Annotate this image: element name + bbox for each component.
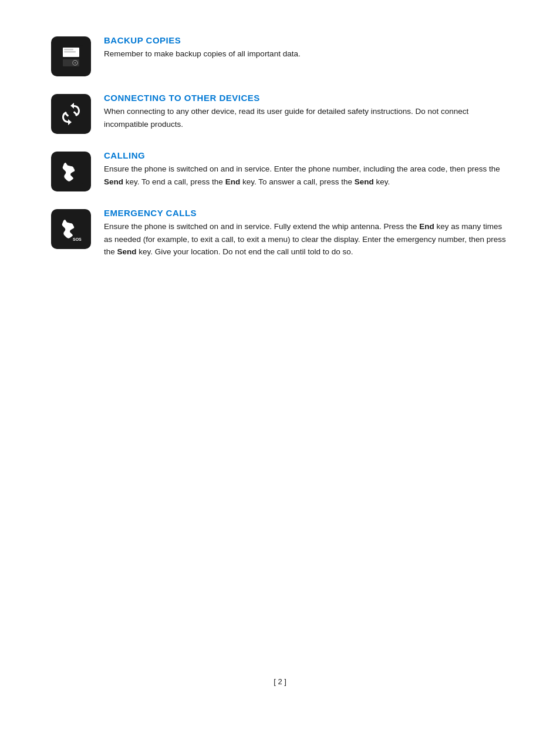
page-container: BACKUP COPIES Remember to make backup co… <box>51 0 509 733</box>
section-backup-copies: BACKUP COPIES Remember to make backup co… <box>51 35 509 76</box>
section-connecting: CONNECTING TO OTHER DEVICES When connect… <box>51 93 509 134</box>
calling-body: Ensure the phone is switched on and in s… <box>104 163 509 188</box>
svg-rect-5 <box>64 51 76 53</box>
calling-content: CALLING Ensure the phone is switched on … <box>104 150 509 188</box>
emergency-calls-body: Ensure the phone is switched on and in s… <box>104 220 509 258</box>
emergency-icon-box: SOS <box>51 209 91 249</box>
svg-text:SOS: SOS <box>73 237 82 241</box>
emergency-calls-icon: SOS <box>58 216 85 243</box>
page-number: [ 2 ] <box>274 677 286 686</box>
connecting-body: When connecting to any other device, rea… <box>104 105 509 130</box>
connecting-content: CONNECTING TO OTHER DEVICES When connect… <box>104 93 509 130</box>
backup-copies-body: Remember to make backup copies of all im… <box>104 48 509 60</box>
calling-title: CALLING <box>104 150 509 160</box>
section-emergency-calls: SOS EMERGENCY CALLS Ensure the phone is … <box>51 208 509 258</box>
emergency-calls-content: EMERGENCY CALLS Ensure the phone is swit… <box>104 208 509 258</box>
page-footer: [ 2 ] <box>51 660 509 698</box>
svg-point-8 <box>75 62 76 64</box>
connecting-icon <box>58 100 85 127</box>
section-calling: CALLING Ensure the phone is switched on … <box>51 150 509 191</box>
backup-copies-title: BACKUP COPIES <box>104 35 509 45</box>
floppy-disk-icon <box>58 43 85 70</box>
calling-icon <box>58 158 85 185</box>
svg-rect-4 <box>64 49 73 51</box>
calling-icon-box <box>51 152 91 191</box>
connecting-icon-box <box>51 94 91 134</box>
emergency-calls-title: EMERGENCY CALLS <box>104 208 509 218</box>
backup-icon-box <box>51 36 91 76</box>
backup-copies-content: BACKUP COPIES Remember to make backup co… <box>104 35 509 60</box>
connecting-title: CONNECTING TO OTHER DEVICES <box>104 93 509 103</box>
svg-rect-9 <box>58 100 85 127</box>
